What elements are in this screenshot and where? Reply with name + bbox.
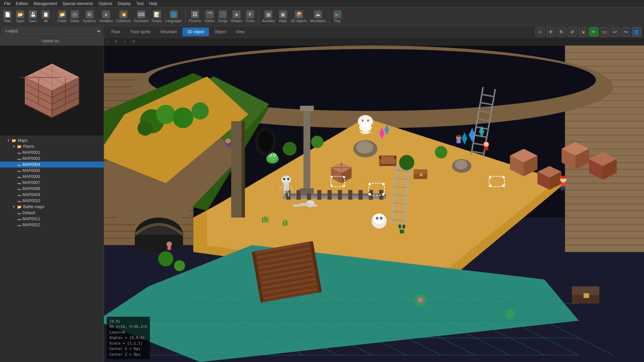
info-line-4: Angles = [0,0,0] [109,335,147,341]
tree-map0007[interactable]: ▬ MAP0007 [0,180,104,186]
toolbar-play[interactable]: ▶ Play [331,10,343,23]
svg-rect-203 [310,204,317,206]
svg-rect-125 [338,190,342,200]
tree-map0006[interactable]: ▬ MAP0006 [0,174,104,180]
menu-bar: File Edition Management Special elements… [0,0,644,7]
svg-rect-124 [327,190,331,200]
undo-button[interactable]: ↩ [610,27,620,37]
rotate-cw-button[interactable]: ↻ [557,27,566,37]
tab-mountain[interactable]: Mountain [156,27,182,36]
menu-display[interactable]: Display [115,1,133,7]
svg-rect-256 [502,185,504,187]
tree-map0011[interactable]: ▬ MAP0011 [0,216,104,222]
toolbar-3dobjects[interactable]: 📦 3D objects [290,10,308,23]
svg-rect-243 [369,183,371,185]
menu-edition[interactable]: Edition [13,1,31,7]
map-viewport[interactable]: [0,0] Ok x=10, Y=30,Z=5 Layer=0 Angles =… [104,46,644,362]
toolbar-fonts[interactable]: F Fonts [244,10,256,23]
toolbar-scripts-label: Scripts [152,19,162,23]
svg-rect-251 [343,185,345,187]
tree-maps-label: Maps [18,138,28,143]
tree-map0005[interactable]: ▬ MAP0005 [0,168,104,174]
info-overlay: [0,0] Ok x=10, Y=30,Z=5 Layer=0 Angles =… [107,317,150,360]
cursor-tool-button[interactable]: ⊹ [535,27,545,37]
tab-3d-object[interactable]: 3D object [182,27,209,36]
tree-battle-maps-folder[interactable]: ▼ 📂 Battle maps [0,204,104,210]
scale-button[interactable]: ⇲ [578,27,588,37]
map0004-icon: ▬ [17,163,21,167]
svg-point-184 [287,178,289,180]
toolbar-variables[interactable]: x Variables [98,10,114,23]
toolbar-keyboard[interactable]: ⌨ Keyboard [132,10,150,23]
toolbar-walls[interactable]: ▣ Walls [277,10,289,23]
right-panel: Floor Face sprite Mountain 3D object Obj… [104,26,644,362]
toolbar-mountains[interactable]: ⛰ Mountains [309,10,327,23]
toolbar-pictures[interactable]: 🖼 Pictures [187,10,202,23]
tree-plains-folder[interactable]: ▼ 📂 Plains [0,143,104,149]
left-panel: <>0053: Update list... [0,26,104,362]
menu-special-elements[interactable]: Special elements [60,1,96,7]
toolbar-systems[interactable]: ⚙ Systems [82,10,97,23]
toolbar-songs[interactable]: 🎵 Songs [217,10,229,23]
tree-default[interactable]: ▬ Default [0,210,104,216]
svg-point-227 [270,155,271,156]
map-selector-dropdown[interactable]: <>0053: [2,28,102,35]
tree-map0012[interactable]: ▬ MAP0012 [0,222,104,228]
toolbar-all[interactable]: 📋 All [40,10,52,23]
svg-point-187 [362,120,364,122]
tab-floor[interactable]: Floor [107,27,125,36]
redo-button[interactable]: ↪ [621,27,631,37]
tree-map0010-label: MAP0010 [22,198,40,203]
tab-object[interactable]: Object [210,27,231,36]
svg-point-169 [173,108,194,128]
toolbar-shapes[interactable]: ◈ Shapes [229,10,244,23]
toolbar-folder[interactable]: 📁 Folder [56,10,68,23]
tab-view[interactable]: View [231,27,249,36]
svg-point-173 [399,155,414,170]
save-icon: 💾 [29,10,37,18]
toolbar-open[interactable]: 📂 Open [14,10,26,23]
move-tool-button[interactable]: ✛ [546,27,555,37]
svg-rect-208 [561,187,563,190]
rect-button[interactable]: ▭ [600,27,609,37]
toolbar-videos-label: Videos [204,19,214,23]
tree-map0010[interactable]: ▬ MAP0010 [0,198,104,204]
tree-map0003[interactable]: ▬ MAP0003 [0,156,104,162]
map0011-icon: ▬ [17,217,21,221]
tree-maps-root[interactable]: ▼ 📂 Maps [0,137,104,143]
mountains-icon: ⛰ [314,10,322,18]
menu-help[interactable]: Help [146,1,160,7]
toolbar-new[interactable]: 📄 New [1,10,13,23]
tree-map0008[interactable]: ▬ MAP0008 [0,186,104,192]
menu-management[interactable]: Management [31,1,60,7]
toolbar-separator-2 [185,10,185,23]
tree-map0001[interactable]: ▬ MAP0001 [0,149,104,156]
map-preview [0,46,104,136]
eraser-button[interactable]: ⊡ [632,27,641,37]
toolbar-videos[interactable]: 🎬 Videos [203,10,216,23]
toolbar-scripts[interactable]: 📝 Scripts [150,10,163,23]
toolbar-save[interactable]: 💾 Save [27,10,39,23]
svg-rect-194 [264,216,265,222]
tree-view: ▼ 📂 Maps ▼ 📂 Plains ▬ MAP0001 [0,136,104,362]
paint-button[interactable]: ✏ [589,27,598,37]
menu-options[interactable]: Options [96,1,115,7]
toolbar-datas[interactable]: 🗃 Datas [69,10,81,23]
menu-file[interactable]: File [1,1,13,7]
toolbar-languages[interactable]: 🌐 Languages [164,10,183,23]
rotate-ccw-button[interactable]: ↺ [568,27,577,37]
tree-map0004[interactable]: ▬ MAP0004 [0,162,104,168]
toolbar-collisions[interactable]: 💥 Collisions [115,10,132,23]
tree-map0009[interactable]: ▬ MAP0009 [0,192,104,198]
toolbar-autotiles[interactable]: ▦ Autotiles [261,10,276,23]
collapse-icon: ▼ [7,138,10,142]
svg-point-177 [281,176,291,184]
tab-face-sprite[interactable]: Face sprite [126,27,155,36]
info-line-6: Center X = 8px [109,346,147,352]
menu-test[interactable]: Test [133,1,146,7]
update-list-button[interactable]: Update list... [0,36,104,46]
tree-map0012-label: MAP0012 [22,223,40,227]
svg-rect-198 [284,220,285,226]
svg-point-167 [156,105,175,124]
map-scene-svg [104,46,644,362]
